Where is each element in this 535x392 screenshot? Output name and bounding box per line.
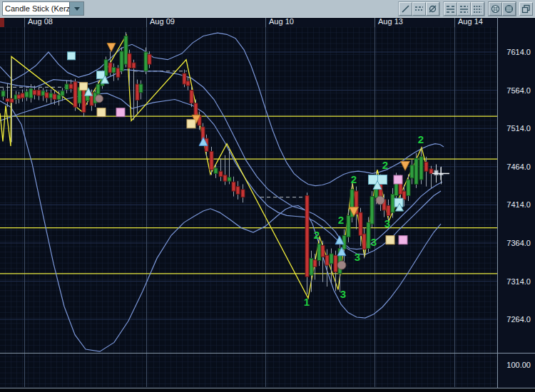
circle-marker xyxy=(96,95,103,103)
candle-body xyxy=(139,84,143,93)
candle-body xyxy=(219,171,223,177)
square-marker xyxy=(399,236,407,244)
candle-body xyxy=(362,234,366,249)
square-marker xyxy=(394,175,402,184)
price-axis-label: 7314.0 xyxy=(506,277,531,286)
cascade-windows-button[interactable] xyxy=(519,2,533,16)
toolbar-right-buttons xyxy=(398,1,535,16)
chart-area[interactable]: 12322332327614.07564.07514.07464.07414.0… xyxy=(0,17,535,392)
time-axis-label: Aug 09 xyxy=(150,17,175,26)
hatched-circle-dense-icon xyxy=(504,4,514,14)
chart-type-dropdown-button[interactable] xyxy=(69,2,83,15)
candle-body xyxy=(223,175,227,182)
candle-body xyxy=(82,90,86,113)
wave-count-label: 2 xyxy=(418,133,424,145)
candle-body xyxy=(112,67,116,73)
candle-body xyxy=(120,51,123,71)
line-style-group xyxy=(443,1,485,16)
candle-body xyxy=(330,254,333,264)
wave-count-label: 1 xyxy=(304,296,310,308)
candle-body xyxy=(49,93,53,98)
candle-body xyxy=(334,255,337,272)
candle-body xyxy=(210,151,213,170)
candle-body xyxy=(317,244,321,261)
square-marker xyxy=(116,108,125,117)
candle-body xyxy=(17,95,21,98)
square-marker xyxy=(386,236,394,244)
dash-pattern-dense-icon xyxy=(473,4,482,14)
candle-body xyxy=(414,158,418,184)
pattern-fill-dark-button[interactable] xyxy=(502,2,516,16)
price-axis-label: 7464.0 xyxy=(506,163,531,171)
candle-body xyxy=(136,84,139,100)
hatched-circle-icon xyxy=(491,4,500,14)
line-style-sparse-button[interactable] xyxy=(444,2,457,16)
candle-body xyxy=(73,82,77,107)
candle-body xyxy=(359,212,362,235)
candle-body xyxy=(241,190,245,197)
wave-count-label: 3 xyxy=(384,217,390,229)
candle-body xyxy=(407,180,410,196)
ellipse-tool-button[interactable] xyxy=(426,2,439,16)
candle-body xyxy=(424,162,428,171)
price-axis-label: 7414.0 xyxy=(506,200,531,209)
price-chart-canvas[interactable]: 12322332327614.07564.07514.07464.07414.0… xyxy=(0,17,535,392)
line-style-medium-button[interactable] xyxy=(457,2,471,16)
pattern-fill-light-button[interactable] xyxy=(489,2,502,16)
chart-type-value[interactable]: Candle Stick (Kerze xyxy=(3,2,69,15)
candle-body xyxy=(21,93,24,98)
price-axis-label: 7614.0 xyxy=(506,48,531,56)
candle-body xyxy=(305,196,309,277)
candle-body xyxy=(429,169,433,173)
square-marker xyxy=(80,83,88,91)
candle-body xyxy=(37,91,41,96)
horizontal-lines-tool-button[interactable] xyxy=(412,2,426,16)
price-axis-label: 7514.0 xyxy=(506,124,531,133)
candle-body xyxy=(313,260,317,267)
candle-body xyxy=(128,53,131,68)
candle-body xyxy=(25,92,29,98)
time-axis-label: Aug 14 xyxy=(458,17,483,26)
candle-body xyxy=(61,91,64,96)
indicator-axis-label: 100.00 xyxy=(506,361,531,369)
wave-count-label: 2 xyxy=(314,229,320,241)
candle-body xyxy=(65,84,68,90)
dash-pattern-sparse-icon xyxy=(446,4,455,14)
candle-body xyxy=(186,81,190,86)
cascade-windows-icon xyxy=(521,4,531,14)
square-marker xyxy=(97,108,106,117)
circle-marker xyxy=(376,196,384,205)
price-axis-label: 7564.0 xyxy=(506,86,531,95)
slashed-circle-icon xyxy=(428,4,437,14)
candle-body xyxy=(194,103,198,115)
time-axis-label: Aug 13 xyxy=(378,17,403,26)
wave-count-label: 3 xyxy=(340,288,346,300)
candle-body xyxy=(116,68,120,78)
square-marker xyxy=(378,175,387,185)
trend-line-tool-button[interactable] xyxy=(399,2,412,16)
square-marker xyxy=(97,71,105,79)
candle-body xyxy=(132,63,136,68)
price-axis-label: 7364.0 xyxy=(506,239,531,247)
candle-body xyxy=(53,94,56,100)
candle-body xyxy=(347,215,350,237)
pattern-fill-group xyxy=(488,1,516,16)
candle-body xyxy=(144,52,148,71)
candle-body xyxy=(190,91,193,103)
candle-body xyxy=(214,168,218,174)
candle-body xyxy=(321,245,325,257)
candle-body xyxy=(57,95,61,99)
candle-body xyxy=(183,73,186,84)
candle-body xyxy=(148,54,151,64)
time-axis-label: Aug 10 xyxy=(269,17,294,26)
circle-marker xyxy=(337,261,346,269)
line-style-dense-button[interactable] xyxy=(471,2,484,16)
wave-count-label: 3 xyxy=(371,236,377,248)
diagonal-line-icon xyxy=(401,4,410,14)
trading-chart-window: Candle Stick (Kerze xyxy=(0,0,535,392)
chart-type-selector[interactable]: Candle Stick (Kerze xyxy=(2,1,84,16)
candle-body xyxy=(310,258,313,275)
drawing-tools-group xyxy=(398,1,440,16)
candle-body xyxy=(41,91,45,96)
candle-body xyxy=(124,36,128,64)
